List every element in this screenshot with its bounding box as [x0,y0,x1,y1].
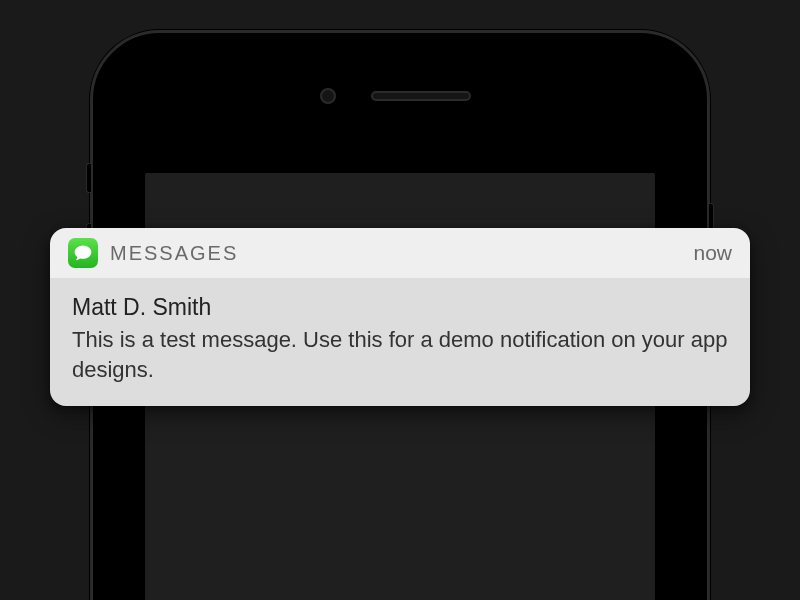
sensor-row [93,88,707,104]
mute-switch [86,163,91,193]
notification-header: MESSAGES now [50,228,750,278]
front-camera [320,88,336,104]
message-text: This is a test message. Use this for a d… [72,325,728,384]
messages-app-icon [68,238,98,268]
notification-card[interactable]: MESSAGES now Matt D. Smith This is a tes… [50,228,750,406]
app-name-label: MESSAGES [110,242,681,265]
sender-name: Matt D. Smith [72,294,728,321]
speech-bubble-icon [73,243,93,263]
notification-body: Matt D. Smith This is a test message. Us… [50,278,750,406]
timestamp-label: now [693,241,732,265]
earpiece-speaker [371,91,471,101]
